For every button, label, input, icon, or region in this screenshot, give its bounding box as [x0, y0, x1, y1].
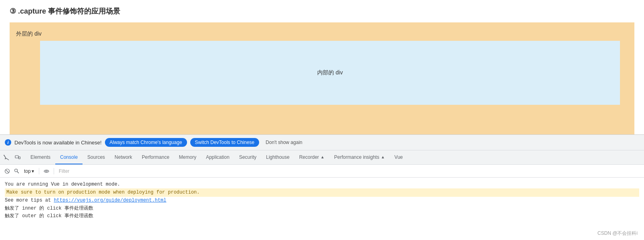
inner-div[interactable]: 内部的 div	[40, 41, 620, 105]
tab-console[interactable]: Console	[55, 150, 83, 164]
console-line-warning: Make sure to turn on production mode whe…	[5, 188, 639, 197]
chevron-down-icon: ▾	[32, 168, 34, 174]
watermark: CSDN @不会挂科i	[598, 230, 638, 237]
deployment-link[interactable]: https://vuejs.org/guide/deployment.html	[54, 198, 166, 203]
filter-icon[interactable]	[13, 167, 21, 175]
recorder-badge: ▲	[320, 155, 324, 159]
top-label: top	[24, 168, 31, 174]
svg-rect-2	[19, 157, 20, 159]
console-toolbar: top ▾	[0, 165, 644, 178]
match-language-button[interactable]: Always match Chrome's language	[105, 138, 187, 147]
svg-rect-1	[15, 156, 18, 158]
switch-to-chinese-button[interactable]: Switch DevTools to Chinese	[190, 138, 260, 147]
devtools-toolbar-icons	[2, 153, 22, 162]
page-content: ③ .capture 事件修饰符的应用场景 外层的 div 内部的 div	[0, 0, 644, 134]
filter-input[interactable]	[57, 168, 641, 175]
tab-performance[interactable]: Performance	[137, 150, 174, 164]
svg-point-0	[4, 155, 4, 156]
svg-line-4	[6, 170, 9, 172]
device-toggle-icon[interactable]	[13, 153, 22, 162]
tabs-list: Elements Console Sources Network Perform…	[26, 150, 408, 164]
outer-div-label: 外层的 div	[16, 30, 628, 38]
tab-memory[interactable]: Memory	[174, 150, 201, 164]
devtools-notification-bar: i DevTools is now available in Chinese! …	[0, 135, 644, 150]
notification-text: DevTools is now available in Chinese!	[14, 140, 102, 146]
info-icon: i	[5, 139, 11, 146]
inner-div-label: 内部的 div	[317, 69, 343, 76]
console-line-inner-event: 触发了 inner 的 click 事件处理函数	[5, 205, 639, 212]
outer-div[interactable]: 外层的 div 内部的 div	[10, 22, 634, 134]
tab-vue[interactable]: Vue	[390, 150, 408, 164]
inspect-element-icon[interactable]	[2, 153, 11, 162]
svg-point-7	[46, 170, 47, 172]
clear-console-icon[interactable]	[3, 167, 11, 175]
toolbar-divider-2	[54, 168, 54, 174]
console-line-outer-event: 触发了 outer 的 click 事件处理函数	[5, 212, 639, 220]
top-context-selector[interactable]: top ▾	[22, 168, 36, 175]
eye-icon[interactable]	[42, 167, 50, 175]
page-title: ③ .capture 事件修饰符的应用场景	[10, 6, 634, 16]
tab-lighthouse[interactable]: Lighthouse	[261, 150, 294, 164]
dont-show-again-button[interactable]: Don't show again	[262, 138, 306, 147]
console-line-link: See more tips at https://vuejs.org/guide…	[5, 197, 639, 204]
tab-network[interactable]: Network	[110, 150, 137, 164]
svg-point-5	[15, 169, 18, 172]
perf-insights-badge: ▲	[381, 155, 385, 159]
tab-recorder[interactable]: Recorder ▲	[294, 150, 329, 164]
devtools-tabs-bar: Elements Console Sources Network Perform…	[0, 150, 644, 165]
console-line: You are running Vue in development mode.	[5, 181, 639, 188]
console-output: You are running Vue in development mode.…	[0, 178, 644, 223]
tab-performance-insights[interactable]: Performance insights ▲	[329, 150, 390, 164]
tab-sources[interactable]: Sources	[83, 150, 110, 164]
tab-security[interactable]: Security	[234, 150, 261, 164]
toolbar-divider	[39, 168, 39, 174]
tab-application[interactable]: Application	[201, 150, 234, 164]
tab-elements[interactable]: Elements	[26, 150, 55, 164]
svg-line-6	[17, 171, 19, 173]
devtools-panel: i DevTools is now available in Chinese! …	[0, 134, 644, 223]
